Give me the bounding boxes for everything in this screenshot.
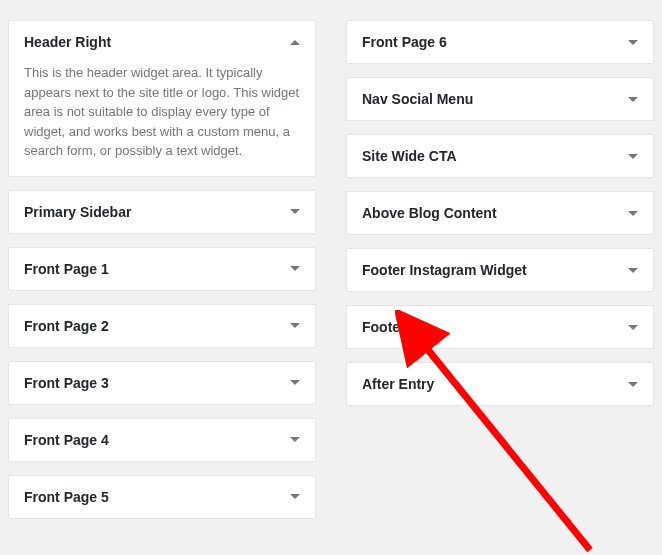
widget-title: Site Wide CTA <box>362 148 457 164</box>
widget-header-after-entry[interactable]: After Entry <box>347 363 653 405</box>
widget-panel-above-blog-content: Above Blog Content <box>346 191 654 235</box>
widget-panel-front-page-3: Front Page 3 <box>8 361 316 405</box>
widget-panel-front-page-4: Front Page 4 <box>8 418 316 462</box>
widget-title: Primary Sidebar <box>24 204 131 220</box>
widget-title: Header Right <box>24 34 111 50</box>
widget-title: Front Page 4 <box>24 432 109 448</box>
widget-panel-front-page-6: Front Page 6 <box>346 20 654 64</box>
widget-panel-footer-instagram-widget: Footer Instagram Widget <box>346 248 654 292</box>
widget-panel-front-page-2: Front Page 2 <box>8 304 316 348</box>
widget-title: Front Page 6 <box>362 34 447 50</box>
widget-header-header-right[interactable]: Header Right <box>9 21 315 63</box>
widget-header-site-wide-cta[interactable]: Site Wide CTA <box>347 135 653 177</box>
widget-panel-front-page-1: Front Page 1 <box>8 247 316 291</box>
widget-title: After Entry <box>362 376 434 392</box>
widget-panel-primary-sidebar: Primary Sidebar <box>8 190 316 234</box>
widget-panel-front-page-5: Front Page 5 <box>8 475 316 519</box>
widget-header-footer-instagram-widget[interactable]: Footer Instagram Widget <box>347 249 653 291</box>
widget-header-nav-social-menu[interactable]: Nav Social Menu <box>347 78 653 120</box>
expand-icon <box>290 209 300 214</box>
expand-icon <box>628 382 638 387</box>
expand-icon <box>290 437 300 442</box>
widget-panel-after-entry: After Entry <box>346 362 654 406</box>
widget-title: Front Page 1 <box>24 261 109 277</box>
widget-header-front-page-5[interactable]: Front Page 5 <box>9 476 315 518</box>
widget-header-footer[interactable]: Footer <box>347 306 653 348</box>
widget-header-above-blog-content[interactable]: Above Blog Content <box>347 192 653 234</box>
expand-icon <box>290 494 300 499</box>
expand-icon <box>628 40 638 45</box>
collapse-icon <box>290 40 300 45</box>
expand-icon <box>628 211 638 216</box>
expand-icon <box>290 323 300 328</box>
widget-title: Front Page 3 <box>24 375 109 391</box>
widget-header-front-page-3[interactable]: Front Page 3 <box>9 362 315 404</box>
left-column: Header Right This is the header widget a… <box>8 20 316 519</box>
expand-icon <box>628 325 638 330</box>
widget-header-primary-sidebar[interactable]: Primary Sidebar <box>9 191 315 233</box>
widget-header-front-page-2[interactable]: Front Page 2 <box>9 305 315 347</box>
widget-title: Footer Instagram Widget <box>362 262 527 278</box>
widget-panel-site-wide-cta: Site Wide CTA <box>346 134 654 178</box>
widget-panel-footer: Footer <box>346 305 654 349</box>
expand-icon <box>628 268 638 273</box>
widget-panel-nav-social-menu: Nav Social Menu <box>346 77 654 121</box>
widget-title: Front Page 5 <box>24 489 109 505</box>
expand-icon <box>628 154 638 159</box>
widget-title: Front Page 2 <box>24 318 109 334</box>
widget-header-front-page-6[interactable]: Front Page 6 <box>347 21 653 63</box>
widget-areas-container: Header Right This is the header widget a… <box>8 20 654 519</box>
widget-header-front-page-4[interactable]: Front Page 4 <box>9 419 315 461</box>
expand-icon <box>290 380 300 385</box>
widget-title: Nav Social Menu <box>362 91 473 107</box>
expand-icon <box>290 266 300 271</box>
widget-description: This is the header widget area. It typic… <box>9 63 315 176</box>
right-column: Front Page 6 Nav Social Menu Site Wide C… <box>346 20 654 519</box>
widget-header-front-page-1[interactable]: Front Page 1 <box>9 248 315 290</box>
widget-panel-header-right: Header Right This is the header widget a… <box>8 20 316 177</box>
widget-title: Above Blog Content <box>362 205 497 221</box>
widget-title: Footer <box>362 319 406 335</box>
expand-icon <box>628 97 638 102</box>
